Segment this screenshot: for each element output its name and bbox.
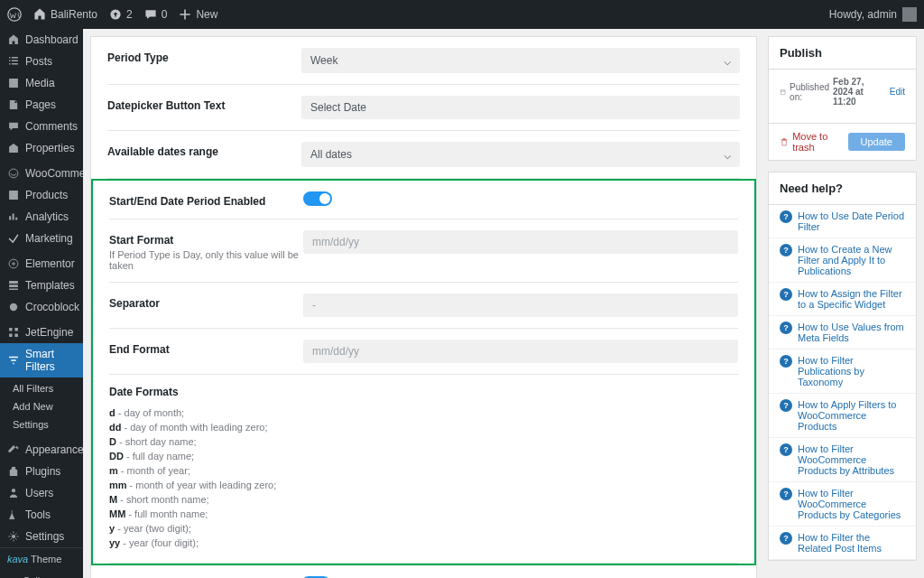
highlighted-section: Start/End Date Period Enabled Start Form…: [91, 179, 756, 565]
start-format-label: Start FormatIf Period Type is Day, only …: [109, 230, 303, 271]
start-end-enabled-label: Start/End Date Period Enabled: [109, 191, 303, 208]
help-link: ?How to Filter WooCommerce Products by C…: [769, 482, 916, 527]
sidebar-item-settings[interactable]: Settings: [0, 526, 83, 547]
sidebar-item-products[interactable]: Products: [0, 184, 83, 206]
edit-date-link[interactable]: Edit: [890, 87, 905, 97]
help-icon: ?: [780, 244, 792, 256]
date-format-row: M - short month name;: [109, 494, 738, 505]
help-link-anchor[interactable]: How to Create a New Filter and Apply It …: [798, 244, 905, 276]
sidebar-item-comments[interactable]: Comments: [0, 116, 83, 137]
date-format-row: DD - full day name;: [109, 451, 738, 461]
date-format-row: y - year (two digit);: [109, 523, 738, 534]
avail-dates-select[interactable]: All dates⌵: [301, 142, 740, 167]
site-link[interactable]: BaliRento: [32, 7, 97, 22]
help-link: ?How to Assign the Filter to a Specific …: [769, 283, 916, 316]
help-link: ?How to Apply Filters to WooCommerce Pro…: [769, 394, 916, 438]
help-link: ?How to Filter WooCommerce Products by A…: [769, 438, 916, 482]
user-menu[interactable]: Howdy, admin: [829, 7, 917, 22]
help-link-anchor[interactable]: How to Filter WooCommerce Products by Ca…: [798, 488, 905, 520]
calendar-icon: [780, 87, 786, 98]
sidebar-item-crocoblock[interactable]: Crocoblock: [0, 296, 83, 318]
help-icon: ?: [780, 322, 792, 334]
svg-point-1: [9, 169, 18, 178]
sidebar-item-elementor[interactable]: Elementor: [0, 253, 83, 275]
help-title: Need help?: [769, 172, 916, 205]
admin-topbar: BaliRento 2 0 New Howdy, admin: [0, 0, 924, 29]
sidebar-item-woocommerce[interactable]: WooCommerce: [0, 163, 83, 184]
start-format-input[interactable]: mm/dd/yy: [303, 230, 738, 254]
submenu-settings[interactable]: Settings: [0, 415, 83, 434]
update-button[interactable]: Update: [848, 133, 905, 151]
admin-sidebar: DashboardPostsMediaPagesCommentsProperti…: [0, 29, 83, 578]
svg-point-3: [10, 303, 17, 311]
sidebar-item-marketing[interactable]: Marketing: [0, 228, 83, 249]
start-end-toggle[interactable]: [303, 191, 332, 206]
datepicker-btn-label: Datepicker Button Text: [107, 96, 301, 112]
sidebar-item-templates[interactable]: Templates: [0, 275, 83, 296]
svg-rect-7: [781, 89, 785, 94]
sidebar-item-posts[interactable]: Posts: [0, 51, 83, 72]
help-link-anchor[interactable]: How to Filter the Related Post Items: [798, 532, 905, 554]
help-link: ?How to Use Values from Meta Fields: [769, 316, 916, 350]
collapse-menu[interactable]: Collapse menu: [0, 570, 83, 578]
sidebar-item-users[interactable]: Users: [0, 482, 83, 504]
help-icon: ?: [780, 210, 792, 223]
move-to-trash[interactable]: Move to trash: [780, 131, 848, 153]
date-format-row: D - short day name;: [109, 436, 738, 447]
help-icon: ?: [780, 532, 792, 545]
period-type-label: Period Type: [107, 48, 301, 64]
help-link: ?How to Filter Publications by Taxonomy: [769, 350, 916, 394]
help-link: ?How to Filter the Related Post Items: [769, 527, 916, 560]
date-format-row: MM - full month name;: [109, 508, 738, 519]
sidebar-item-analytics[interactable]: Analytics: [0, 206, 83, 228]
help-panel: Need help? ?How to Use Date Period Filte…: [768, 172, 917, 561]
help-link-anchor[interactable]: How to Use Values from Meta Fields: [798, 322, 905, 343]
sidebar-item-dashboard[interactable]: Dashboard: [0, 29, 83, 51]
sidebar-item-appearance[interactable]: Appearance: [0, 439, 83, 461]
sidebar-item-plugins[interactable]: Plugins: [0, 461, 83, 482]
separator-label: Separator: [109, 294, 303, 310]
main-form: Period Type Week⌵ Datepicker Button Text…: [90, 36, 757, 578]
date-format-row: dd - day of month with leading zero;: [109, 422, 738, 433]
comments-link[interactable]: 0: [143, 7, 168, 22]
datepicker-btn-input[interactable]: Select Date: [301, 96, 740, 119]
help-icon: ?: [780, 288, 792, 301]
sidebar-item-smart-filters[interactable]: Smart Filters: [0, 343, 83, 378]
sidebar-item-tools[interactable]: Tools: [0, 504, 83, 526]
svg-point-4: [12, 489, 15, 492]
help-link: ?How to Create a New Filter and Apply It…: [769, 238, 916, 283]
help-link-anchor[interactable]: How to Filter WooCommerce Products by At…: [798, 443, 905, 476]
help-icon: ?: [780, 355, 792, 368]
avatar: [902, 7, 917, 22]
svg-point-5: [12, 535, 15, 538]
help-link-anchor[interactable]: How to Use Date Period Filter: [798, 210, 905, 232]
date-format-row: m - month of year;: [109, 465, 738, 476]
help-link-anchor[interactable]: How to Filter Publications by Taxonomy: [798, 355, 905, 387]
help-icon: ?: [780, 443, 792, 456]
sidebar-item-jetengine[interactable]: JetEngine: [0, 322, 83, 343]
new-link[interactable]: New: [178, 7, 217, 22]
help-icon: ?: [780, 488, 792, 500]
help-link-anchor[interactable]: How to Apply Filters to WooCommerce Prod…: [798, 399, 905, 432]
help-link: ?How to Use Date Period Filter: [769, 205, 916, 238]
chevron-down-icon: ⌵: [724, 147, 731, 162]
help-link-anchor[interactable]: How to Assign the Filter to a Specific W…: [798, 288, 905, 310]
date-format-row: mm - month of year with leading zero;: [109, 480, 738, 490]
wp-logo[interactable]: [7, 7, 22, 22]
published-on: Published on: Feb 27, 2024 at 11:20 Edit: [780, 77, 905, 107]
chevron-down-icon: ⌵: [724, 53, 731, 68]
sidebar-item-media[interactable]: Media: [0, 72, 83, 94]
end-format-input[interactable]: mm/dd/yy: [303, 340, 738, 363]
date-formats-help: Date Formats d - day of month;dd - day o…: [109, 375, 738, 564]
sidebar-item-properties[interactable]: Properties: [0, 137, 83, 159]
avail-dates-label: Available dates range: [107, 142, 301, 158]
theme-name[interactable]: kava Theme: [0, 547, 83, 570]
sidebar-item-pages[interactable]: Pages: [0, 94, 83, 116]
submenu-add-new[interactable]: Add New: [0, 397, 83, 415]
updates-link[interactable]: 2: [108, 7, 133, 22]
separator-input[interactable]: -: [303, 294, 738, 317]
period-type-select[interactable]: Week⌵: [301, 48, 740, 73]
date-format-row: d - day of month;: [109, 407, 738, 418]
submenu-all-filters[interactable]: All Filters: [0, 379, 83, 397]
end-format-label: End Format: [109, 340, 303, 356]
